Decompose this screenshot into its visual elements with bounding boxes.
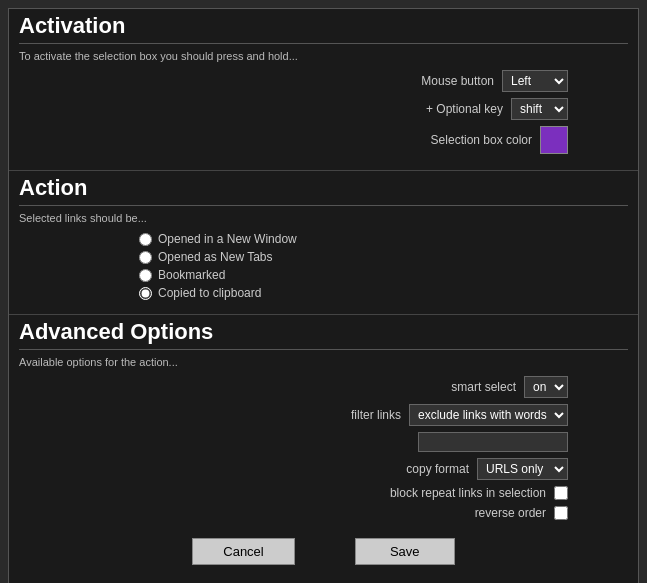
- smart-select-label: smart select: [451, 380, 516, 394]
- radio-row-new-tabs: Opened as New Tabs: [139, 250, 628, 264]
- activation-section: Activation To activate the selection box…: [9, 9, 638, 171]
- block-repeat-checkbox[interactable]: [554, 486, 568, 500]
- reverse-order-row: reverse order: [19, 506, 628, 520]
- radio-clipboard[interactable]: [139, 287, 152, 300]
- radio-row-new-window: Opened in a New Window: [139, 232, 628, 246]
- radio-clipboard-label[interactable]: Copied to clipboard: [158, 286, 261, 300]
- radio-bookmarked-label[interactable]: Bookmarked: [158, 268, 225, 282]
- radio-row-bookmarked: Bookmarked: [139, 268, 628, 282]
- activation-description: To activate the selection box you should…: [19, 50, 628, 62]
- advanced-title: Advanced Options: [19, 319, 628, 350]
- button-row: Cancel Save: [19, 526, 628, 573]
- mouse-button-select[interactable]: Left Middle Right: [502, 70, 568, 92]
- optional-key-select[interactable]: shift ctrl alt none: [511, 98, 568, 120]
- activation-title: Activation: [19, 13, 628, 44]
- radio-new-tabs-label[interactable]: Opened as New Tabs: [158, 250, 273, 264]
- copy-format-row: copy format URLS only HTML links Plain t…: [19, 458, 628, 480]
- filter-text-row: [19, 432, 628, 452]
- action-title: Action: [19, 175, 628, 206]
- reverse-order-label: reverse order: [475, 506, 546, 520]
- block-repeat-row: block repeat links in selection: [19, 486, 628, 500]
- filter-text-input[interactable]: [418, 432, 568, 452]
- reverse-order-checkbox[interactable]: [554, 506, 568, 520]
- block-repeat-label: block repeat links in selection: [390, 486, 546, 500]
- action-description: Selected links should be...: [19, 212, 628, 224]
- mouse-button-row: Mouse button Left Middle Right: [19, 70, 628, 92]
- smart-select-row: smart select on off: [19, 376, 628, 398]
- optional-key-label: + Optional key: [426, 102, 503, 116]
- selection-color-label: Selection box color: [431, 133, 532, 147]
- smart-select-dropdown[interactable]: on off: [524, 376, 568, 398]
- radio-new-window-label[interactable]: Opened in a New Window: [158, 232, 297, 246]
- radio-bookmarked[interactable]: [139, 269, 152, 282]
- advanced-description: Available options for the action...: [19, 356, 628, 368]
- radio-new-window[interactable]: [139, 233, 152, 246]
- radio-row-clipboard: Copied to clipboard: [139, 286, 628, 300]
- copy-format-label: copy format: [406, 462, 469, 476]
- optional-key-row: + Optional key shift ctrl alt none: [19, 98, 628, 120]
- mouse-button-label: Mouse button: [421, 74, 494, 88]
- filter-links-row: filter links exclude links with words in…: [19, 404, 628, 426]
- save-button[interactable]: Save: [355, 538, 455, 565]
- copy-format-dropdown[interactable]: URLS only HTML links Plain text: [477, 458, 568, 480]
- color-picker[interactable]: [540, 126, 568, 154]
- radio-new-tabs[interactable]: [139, 251, 152, 264]
- selection-color-row: Selection box color: [19, 126, 628, 154]
- filter-links-dropdown[interactable]: exclude links with words include links w…: [409, 404, 568, 426]
- action-radio-group: Opened in a New Window Opened as New Tab…: [19, 232, 628, 300]
- filter-links-label: filter links: [351, 408, 401, 422]
- action-section: Action Selected links should be... Opene…: [9, 171, 638, 315]
- advanced-section: Advanced Options Available options for t…: [9, 315, 638, 583]
- cancel-button[interactable]: Cancel: [192, 538, 294, 565]
